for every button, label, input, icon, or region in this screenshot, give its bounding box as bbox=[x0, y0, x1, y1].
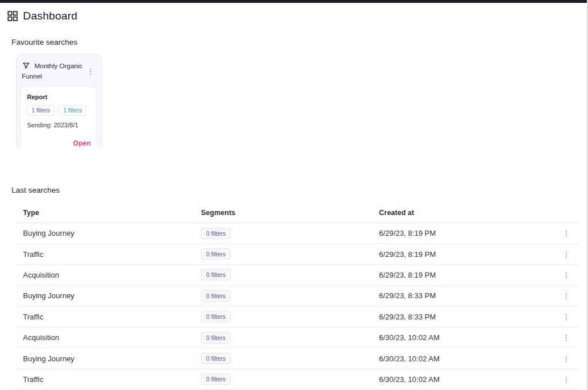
row-type: Buying Journey bbox=[16, 291, 194, 300]
table-row: Traffic 0 filters 6/30/23, 10:02 AM ⋮ bbox=[16, 369, 579, 390]
kebab-menu-icon[interactable]: ⋮ bbox=[561, 290, 572, 301]
filters-badge: 0 filters bbox=[201, 332, 231, 344]
filters-badge: 0 filters bbox=[201, 269, 231, 280]
row-created-at: 6/29/23, 8:33 PM bbox=[372, 291, 554, 300]
column-header-segments: Segments bbox=[194, 209, 372, 217]
filters-badge: 0 filters bbox=[201, 311, 231, 322]
row-type: Traffic bbox=[16, 375, 194, 384]
kebab-menu-icon[interactable]: ⋮ bbox=[85, 67, 96, 76]
kebab-menu-icon[interactable]: ⋮ bbox=[561, 311, 572, 322]
last-searches-table: Type Segments Created at Buying Journey … bbox=[16, 201, 579, 390]
row-created-at: 6/30/23, 10:02 AM bbox=[372, 375, 554, 384]
table-header-row: Type Segments Created at bbox=[16, 201, 579, 223]
favourite-search-card: Monthly Organic Funnel ⋮ Report 1 filter… bbox=[16, 54, 102, 153]
row-type: Acquisition bbox=[16, 271, 194, 279]
row-created-at: 6/30/23, 10:02 AM bbox=[372, 354, 554, 363]
page-title: Dashboard bbox=[23, 10, 78, 22]
kebab-menu-icon[interactable]: ⋮ bbox=[561, 228, 572, 239]
filters-badge: 1 filters bbox=[27, 105, 55, 116]
table-row: Buying Journey 0 filters 6/29/23, 8:19 P… bbox=[16, 223, 579, 244]
card-sending-date: Sending: 2023/8/1 bbox=[27, 122, 91, 128]
row-created-at: 6/30/23, 10:02 AM bbox=[372, 333, 554, 342]
app-header: Dashboard bbox=[0, 3, 588, 28]
row-created-at: 6/29/23, 8:19 PM bbox=[372, 229, 554, 237]
dashboard-grid-icon bbox=[7, 11, 18, 21]
card-title-text: Monthly Organic Funnel bbox=[22, 63, 83, 80]
kebab-menu-icon[interactable]: ⋮ bbox=[561, 270, 572, 280]
row-type: Buying Journey bbox=[16, 354, 194, 363]
row-created-at: 6/29/23, 8:19 PM bbox=[372, 250, 554, 259]
filters-badge: 1 filters bbox=[59, 105, 86, 116]
card-type-label: Report bbox=[27, 93, 91, 100]
kebab-menu-icon[interactable]: ⋮ bbox=[561, 332, 572, 343]
kebab-menu-icon[interactable]: ⋮ bbox=[561, 353, 572, 364]
column-header-created-at: Created at bbox=[372, 209, 554, 217]
filters-badge: 0 filters bbox=[201, 353, 231, 364]
filters-badge: 0 filters bbox=[201, 373, 231, 385]
kebab-menu-icon[interactable]: ⋮ bbox=[561, 374, 572, 385]
card-badges: 1 filters 1 filters bbox=[27, 105, 91, 116]
card-header: Monthly Organic Funnel ⋮ bbox=[22, 61, 96, 82]
funnel-icon bbox=[22, 61, 30, 70]
card-title: Monthly Organic Funnel bbox=[22, 61, 85, 82]
card-body: Report 1 filters 1 filters Sending: 2023… bbox=[22, 87, 96, 154]
table-row: Acquisition 0 filters 6/29/23, 8:19 PM ⋮ bbox=[16, 265, 579, 286]
row-type: Traffic bbox=[16, 313, 194, 321]
kebab-menu-icon[interactable]: ⋮ bbox=[561, 249, 572, 260]
row-created-at: 6/29/23, 8:19 PM bbox=[372, 271, 554, 279]
table-row: Acquisition 0 filters 6/30/23, 10:02 AM … bbox=[16, 327, 579, 348]
row-type: Buying Journey bbox=[16, 229, 194, 237]
table-row: Buying Journey 0 filters 6/30/23, 10:02 … bbox=[16, 348, 579, 369]
table-row: Buying Journey 0 filters 6/29/23, 8:33 P… bbox=[16, 286, 579, 306]
row-type: Acquisition bbox=[16, 333, 194, 342]
filters-badge: 0 filters bbox=[201, 248, 231, 260]
favourite-searches-heading: Favourite searches bbox=[11, 38, 588, 46]
row-created-at: 6/29/23, 8:33 PM bbox=[372, 313, 554, 321]
filters-badge: 0 filters bbox=[201, 290, 231, 302]
column-header-type: Type bbox=[16, 209, 194, 217]
row-type: Traffic bbox=[16, 250, 194, 259]
filters-badge: 0 filters bbox=[201, 228, 231, 239]
table-row: Traffic 0 filters 6/29/23, 8:19 PM ⋮ bbox=[16, 244, 579, 264]
last-searches-heading: Last searches bbox=[11, 186, 588, 194]
table-row: Traffic 0 filters 6/29/23, 8:33 PM ⋮ bbox=[16, 307, 579, 327]
open-link[interactable]: Open bbox=[27, 139, 91, 147]
